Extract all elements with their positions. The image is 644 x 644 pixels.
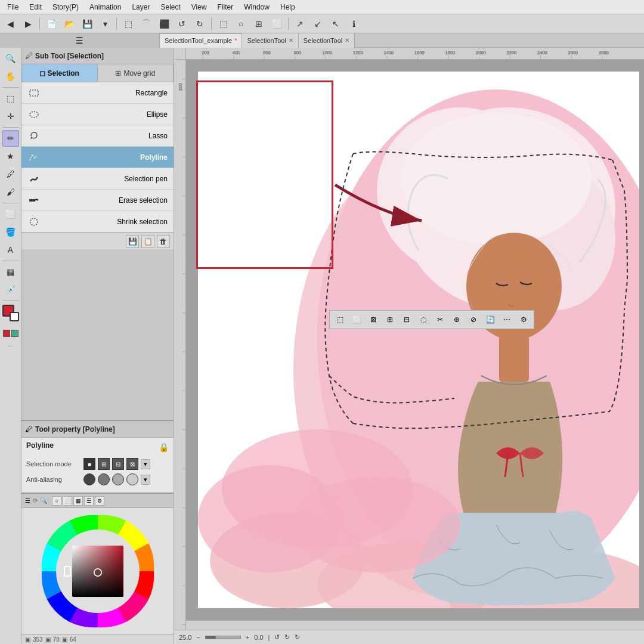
aa-btn-1[interactable] — [83, 473, 95, 485]
main-color-small[interactable] — [3, 330, 10, 337]
tool-erase-selection[interactable]: Erase selection — [21, 190, 174, 211]
color-panel-scroll[interactable]: ⟳ — [33, 497, 38, 504]
action-copy[interactable]: 📋 — [141, 235, 154, 248]
menu-edit[interactable]: Edit — [24, 2, 47, 13]
color-panel-collapse[interactable]: ☰ — [25, 497, 30, 504]
sub-tab-move-grid[interactable]: ⊞ Move grid — [98, 64, 174, 82]
sel-tb-marquee[interactable]: ⬚ — [332, 312, 348, 327]
toolbar-sel-circle[interactable]: ○ — [233, 16, 249, 32]
toolbar-collapse[interactable]: ◀ — [2, 16, 18, 32]
tool-brush[interactable]: 🖌 — [2, 184, 19, 200]
tab-close-3[interactable]: ✕ — [345, 37, 349, 44]
status-plus[interactable]: + — [246, 634, 249, 641]
toolbar-transform[interactable]: ⊞ — [251, 16, 267, 32]
toolbar-sel-dots[interactable]: ⬚ — [215, 16, 231, 32]
col-tab-3[interactable]: ▦ — [73, 496, 83, 506]
toolbar-rect2[interactable]: ⬜ — [269, 16, 284, 32]
canvas-scrollbar-h[interactable] — [186, 620, 644, 630]
toolbar-arrow3[interactable]: ↖ — [328, 16, 343, 32]
mode-btn-3[interactable]: ⊟ — [112, 458, 124, 470]
tool-eraser[interactable]: ⬜ — [2, 206, 19, 222]
tool-picker[interactable]: 💉 — [2, 281, 19, 298]
color-swatch-area[interactable] — [2, 305, 19, 321]
mode-select[interactable]: ▾ — [141, 459, 150, 469]
tool-zoom[interactable]: 🔍 — [2, 50, 19, 67]
toolbar-selection-rect[interactable]: ⬚ — [120, 16, 136, 32]
menu-story[interactable]: Story(P) — [48, 2, 83, 13]
toolbar-expand[interactable]: ▶ — [20, 16, 36, 32]
sel-tb-cut[interactable]: ✂ — [432, 312, 448, 327]
toolbar-save-as[interactable]: ▾ — [97, 16, 113, 32]
sub-tab-selection[interactable]: ◻ Selection — [21, 64, 98, 82]
aa-btn-4[interactable] — [126, 473, 138, 485]
tab-selection-1[interactable]: SelectionTool ✕ — [242, 33, 298, 48]
toolbar-arrow1[interactable]: ↗ — [292, 16, 308, 32]
color-wheel-svg[interactable] — [39, 513, 156, 630]
sel-tb-mesh[interactable]: ⊟ — [399, 312, 414, 327]
tool-rectangle[interactable]: Rectangle — [21, 82, 174, 104]
tool-hand[interactable]: ✋ — [2, 68, 19, 85]
tool-pen[interactable]: 🖊 — [2, 166, 19, 182]
status-minus[interactable]: − — [196, 634, 200, 641]
tool-ellipse[interactable]: Ellipse — [21, 104, 174, 125]
sel-tb-more[interactable]: ⋯ — [499, 312, 515, 327]
col-tab-1[interactable]: ○ — [52, 496, 61, 506]
mode-btn-2[interactable]: ⊞ — [98, 458, 110, 470]
status-redo[interactable]: ↻ — [284, 633, 290, 641]
tool-lasso[interactable]: Lasso — [21, 125, 174, 147]
col-tab-4[interactable]: ☰ — [84, 496, 94, 506]
tool-star[interactable]: ★ — [2, 148, 19, 165]
lock-icon[interactable]: 🔒 — [159, 442, 169, 452]
menu-layer[interactable]: Layer — [127, 2, 154, 13]
sel-tb-copy[interactable]: ⊕ — [449, 312, 465, 327]
aa-btn-3[interactable] — [112, 473, 124, 485]
menu-animation[interactable]: Animation — [85, 2, 126, 13]
menu-help[interactable]: Help — [275, 2, 300, 13]
sel-tb-expand[interactable]: ◌ — [416, 312, 431, 327]
aa-btn-2[interactable] — [98, 473, 110, 485]
toolbar-undo[interactable]: ↺ — [174, 16, 190, 32]
tab-selection-2[interactable]: SelectionTool ✕ — [299, 33, 355, 48]
mode-btn-4[interactable]: ⊠ — [126, 458, 138, 470]
tool-text[interactable]: A — [2, 242, 19, 258]
sub-color-small[interactable] — [11, 330, 18, 337]
sel-tb-rect[interactable]: ⬜ — [349, 312, 364, 327]
tab-selection-example[interactable]: SelectionTool_example * — [160, 33, 242, 48]
sel-tb-settings[interactable]: ⚙ — [516, 312, 531, 327]
action-save[interactable]: 💾 — [126, 235, 139, 248]
toolbar-arrow2[interactable]: ↙ — [310, 16, 326, 32]
action-delete[interactable]: 🗑 — [157, 235, 170, 248]
tool-selection[interactable]: ⬚ — [2, 90, 19, 107]
tool-move[interactable]: ✛ — [2, 108, 19, 125]
sel-tb-distort[interactable]: ⊞ — [382, 312, 398, 327]
col-tab-5[interactable]: ⚙ — [95, 496, 104, 506]
menu-window[interactable]: Window — [239, 2, 274, 13]
status-redo2[interactable]: ↻ — [295, 633, 300, 641]
tool-gradient[interactable]: ▦ — [2, 264, 19, 280]
canvas-area[interactable]: 200 400 600 800 1000 1200 1400 1600 1800… — [174, 48, 644, 644]
aa-select[interactable]: ▾ — [141, 475, 150, 485]
tool-shrink-selection[interactable]: Shrink selection — [21, 211, 174, 233]
menu-filter[interactable]: Filter — [213, 2, 239, 13]
artwork-canvas[interactable] — [198, 72, 639, 608]
sel-tb-paste[interactable]: ⊘ — [466, 312, 481, 327]
tool-polyline[interactable]: ✏ — [2, 130, 19, 147]
toolbar-info[interactable]: ℹ — [346, 16, 361, 32]
tool-selection-pen[interactable]: Selection pen — [21, 168, 174, 190]
menu-file[interactable]: File — [2, 2, 23, 13]
tool-fill[interactable]: 🪣 — [2, 224, 19, 240]
col-tab-2[interactable]: ⬜ — [63, 496, 72, 506]
toolbar-redo[interactable]: ↻ — [192, 16, 208, 32]
toolbar-save[interactable]: 💾 — [79, 16, 95, 32]
tool-polyline[interactable]: Polyline — [21, 147, 174, 168]
color-panel-zoom[interactable]: 🔍 — [40, 497, 47, 504]
sel-tb-flip[interactable]: 🔄 — [482, 312, 498, 327]
toolbar-open[interactable]: 📂 — [61, 16, 77, 32]
menu-select[interactable]: Select — [156, 2, 185, 13]
status-undo[interactable]: ↺ — [274, 633, 280, 641]
toolbar-selection-fill[interactable]: ⬛ — [156, 16, 172, 32]
sel-tb-transform[interactable]: ⊠ — [366, 312, 381, 327]
menu-view[interactable]: View — [187, 2, 212, 13]
mode-btn-1[interactable]: ■ — [83, 458, 95, 470]
zoom-slider[interactable] — [205, 636, 241, 639]
